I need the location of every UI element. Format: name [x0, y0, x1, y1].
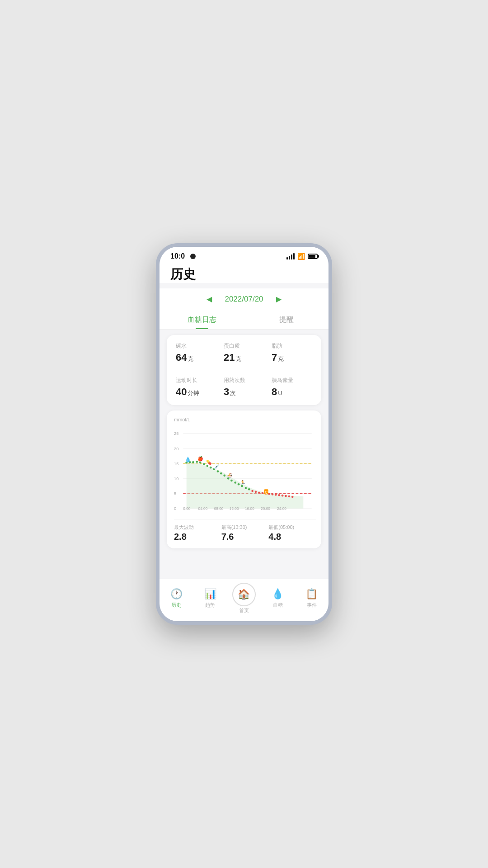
- svg-point-36: [261, 492, 263, 494]
- home-button[interactable]: 🏠: [232, 583, 256, 606]
- chart-unit-label: mmol/L: [174, 417, 316, 422]
- phone-frame: 10:0 📶 历史: [156, 243, 332, 625]
- status-bar: 10:0 📶: [160, 247, 328, 262]
- nav-events-label: 事件: [307, 602, 317, 609]
- wifi-icon: 📶: [297, 253, 305, 260]
- svg-text:15: 15: [174, 462, 178, 466]
- svg-point-18: [199, 462, 202, 464]
- svg-text:08:00: 08:00: [214, 507, 224, 511]
- chart-stat-max: 最高(13:30) 7.6: [221, 524, 269, 542]
- svg-point-23: [217, 470, 219, 472]
- nav-home-label: 首页: [239, 607, 249, 614]
- max-value: 7.6: [221, 532, 269, 542]
- stat-protein: 蛋白质 21 克: [224, 342, 264, 363]
- stat-protein-label: 蛋白质: [224, 342, 264, 350]
- svg-point-41: [278, 494, 280, 496]
- svg-text:5: 5: [174, 491, 176, 496]
- nav-history[interactable]: 🕐 历史: [160, 588, 193, 609]
- svg-text:💧: 💧: [185, 456, 191, 462]
- nav-trend[interactable]: 📊 趋势: [193, 588, 227, 609]
- svg-point-35: [258, 491, 260, 494]
- stat-fat: 脂肪 7 克: [272, 342, 312, 363]
- svg-point-25: [223, 475, 225, 477]
- min-value: 4.8: [268, 532, 316, 542]
- stat-exercise-unit: 分钟: [188, 389, 199, 397]
- next-date-button[interactable]: ▶: [272, 293, 285, 305]
- chart-stat-min: 最低(05:00) 4.8: [268, 524, 316, 542]
- blood-sugar-chart: 0 5 10 15 20 25: [174, 424, 316, 514]
- svg-text:💊: 💊: [206, 459, 212, 465]
- svg-point-39: [272, 493, 274, 495]
- prev-date-button[interactable]: ◀: [203, 293, 216, 305]
- tab-reminder[interactable]: 提醒: [244, 310, 328, 329]
- nav-home[interactable]: 🏠 首页: [227, 583, 261, 614]
- stat-insulin-unit: U: [278, 390, 282, 396]
- svg-point-24: [220, 472, 222, 475]
- stats-card: 碳水 64 克 蛋白质 21 克 脂肪: [167, 335, 321, 405]
- stat-medication-label: 用药次数: [224, 377, 264, 384]
- stat-carbs-unit: 克: [188, 355, 193, 363]
- stats-row-1: 碳水 64 克 蛋白质 21 克 脂肪: [176, 342, 312, 363]
- trend-icon: 📊: [204, 588, 216, 600]
- svg-point-33: [251, 490, 253, 492]
- svg-text:10: 10: [174, 476, 178, 481]
- svg-point-30: [241, 485, 243, 487]
- status-icons: 📶: [286, 253, 318, 260]
- svg-text:🏃: 🏃: [240, 480, 246, 486]
- signal-icon: [286, 253, 295, 259]
- blood-sugar-icon: 💧: [272, 588, 284, 600]
- svg-text:25: 25: [174, 431, 178, 436]
- svg-point-45: [291, 496, 294, 498]
- stat-carbs: 碳水 64 克: [176, 342, 216, 363]
- page-title: 历史: [170, 266, 318, 283]
- stat-medication-value: 3 次: [224, 386, 264, 398]
- stat-medication-unit: 次: [230, 389, 236, 397]
- svg-text:0:00: 0:00: [183, 507, 191, 511]
- svg-text:04:00: 04:00: [198, 507, 208, 511]
- tab-blood-sugar-diary[interactable]: 血糖日志: [160, 310, 244, 329]
- svg-point-40: [275, 494, 277, 496]
- svg-text:C: C: [265, 490, 267, 495]
- fluctuation-value: 2.8: [174, 532, 221, 542]
- nav-blood-sugar[interactable]: 💧 血糖: [261, 588, 295, 609]
- bottom-nav: 🕐 历史 📊 趋势 🏠 首页 💧 血糖 📋 事件: [160, 579, 328, 621]
- svg-text:16:00: 16:00: [245, 507, 254, 511]
- battery-fill: [309, 255, 315, 258]
- nav-events[interactable]: 📋 事件: [295, 588, 328, 609]
- svg-point-26: [227, 477, 230, 480]
- stat-fat-label: 脂肪: [272, 342, 312, 350]
- max-label: 最高(13:30): [221, 524, 269, 531]
- stat-exercise-label: 运动时长: [176, 377, 216, 384]
- stat-exercise: 运动时长 40 分钟: [176, 377, 216, 398]
- svg-point-43: [285, 495, 287, 497]
- nav-blood-sugar-label: 血糖: [273, 602, 283, 609]
- chart-stat-fluctuation: 最大波动 2.8: [174, 524, 221, 542]
- stats-divider: [176, 370, 312, 370]
- svg-text:🍎: 🍎: [197, 456, 203, 462]
- svg-point-20: [206, 465, 209, 467]
- svg-text:20:00: 20:00: [261, 507, 270, 511]
- svg-point-17: [196, 461, 198, 463]
- events-icon: 📋: [305, 588, 318, 600]
- min-label: 最低(05:00): [268, 524, 316, 531]
- svg-point-21: [210, 467, 212, 469]
- nav-history-label: 历史: [171, 602, 181, 609]
- app-header: 历史: [160, 262, 328, 283]
- chart-card: mmol/L 0 5 10 15 20 25: [167, 410, 321, 548]
- chart-stats: 最大波动 2.8 最高(13:30) 7.6 最低(05:00) 4.8: [174, 519, 316, 542]
- stat-carbs-value: 64 克: [176, 352, 216, 363]
- svg-point-42: [282, 495, 284, 497]
- svg-point-28: [234, 481, 236, 484]
- battery-icon: [308, 254, 318, 259]
- svg-point-31: [245, 487, 247, 489]
- history-icon: 🕐: [170, 588, 183, 600]
- svg-point-19: [203, 463, 205, 466]
- current-date: 2022/07/20: [225, 295, 263, 304]
- svg-text:0: 0: [174, 507, 176, 511]
- svg-point-14: [185, 462, 188, 464]
- stat-carbs-label: 碳水: [176, 342, 216, 350]
- fluctuation-label: 最大波动: [174, 524, 221, 531]
- stat-insulin-label: 胰岛素量: [272, 377, 312, 384]
- nav-trend-label: 趋势: [205, 602, 215, 609]
- stat-fat-value: 7 克: [272, 352, 312, 363]
